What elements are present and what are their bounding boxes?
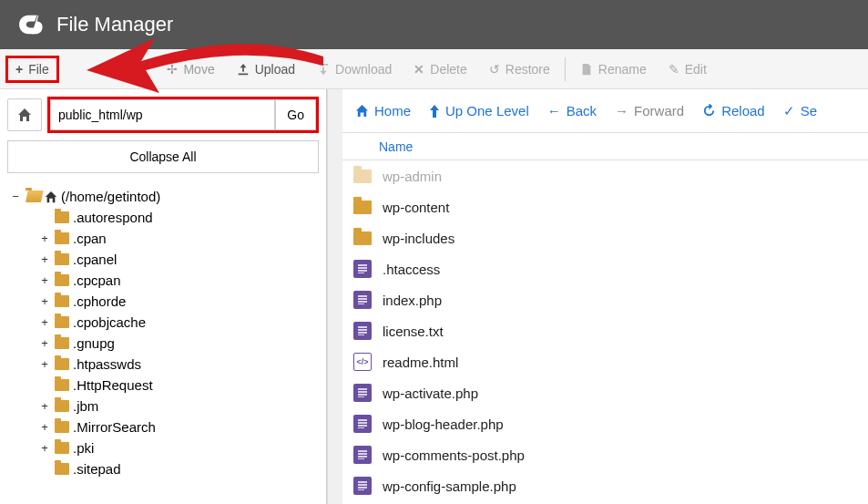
collapse-icon[interactable]: −	[9, 190, 22, 203]
tree-item[interactable]: +.cpanel	[9, 249, 317, 270]
tree-item[interactable]: .HttpRequest	[9, 375, 317, 396]
folder-icon	[55, 358, 69, 370]
folder-icon	[55, 442, 69, 454]
expand-icon[interactable]: +	[38, 336, 51, 350]
path-input[interactable]	[50, 99, 275, 130]
tree-item-label: .sitepad	[73, 461, 121, 477]
folder-open-icon	[26, 190, 41, 202]
nav-home[interactable]: Home	[355, 103, 411, 118]
expand-icon[interactable]: +	[38, 441, 51, 455]
file-row[interactable]: license.txt	[342, 315, 868, 346]
file-row[interactable]: wp-includes	[342, 222, 868, 253]
expand-icon[interactable]: +	[38, 231, 51, 245]
tree-root-label: (/home/getintod)	[61, 189, 160, 204]
expand-icon[interactable]: +	[38, 357, 51, 371]
move-button[interactable]: ✢ Move	[156, 55, 225, 84]
table-header: Name	[342, 133, 868, 160]
restore-icon: ↺	[489, 62, 500, 77]
folder-icon	[353, 198, 372, 216]
file-name: wp-config-sample.php	[383, 478, 516, 494]
tree-root[interactable]: − (/home/getintod)	[9, 186, 317, 207]
nav-back[interactable]: ← Back	[547, 103, 597, 118]
delete-button[interactable]: ✕ Delete	[403, 55, 477, 84]
file-name: readme.html	[383, 355, 458, 370]
nav-forward[interactable]: → Forward	[615, 103, 684, 118]
scrollbar[interactable]	[327, 89, 342, 504]
file-row[interactable]: wp-content	[342, 191, 868, 222]
tree-item[interactable]: .autorespond	[9, 207, 317, 228]
tree-item-label: .HttpRequest	[73, 377, 153, 393]
folder-icon	[55, 232, 69, 244]
file-icon	[353, 477, 372, 495]
tree-item[interactable]: +.MirrorSearch	[9, 417, 317, 437]
file-button[interactable]: + File	[5, 56, 59, 83]
file-row[interactable]: wp-config-sample.php	[342, 470, 868, 501]
home-icon	[355, 104, 369, 118]
file-row[interactable]: wp-comments-post.php	[342, 439, 868, 470]
column-name[interactable]: Name	[379, 139, 413, 154]
tree-item[interactable]: +.cpcpan	[9, 270, 317, 291]
folder-icon	[55, 463, 69, 475]
expand-icon[interactable]: +	[38, 315, 51, 329]
file-list: wp-adminwp-contentwp-includes.htaccessin…	[342, 160, 868, 501]
restore-button[interactable]: ↺ Restore	[478, 55, 561, 84]
upload-label: Upload	[255, 62, 295, 77]
tree-item[interactable]: +.htpasswds	[9, 354, 317, 375]
file-name: wp-blog-header.php	[383, 417, 504, 432]
edit-icon: ✎	[669, 62, 679, 77]
file-icon	[353, 260, 372, 278]
upload-button[interactable]: Upload	[226, 55, 306, 84]
expand-icon[interactable]: +	[38, 273, 51, 287]
tree-item-label: .pki	[73, 440, 94, 456]
tree-item-label: .cpanel	[73, 252, 117, 267]
tree-item-label: .cpan	[73, 231, 107, 246]
collapse-all-button[interactable]: Collapse All	[7, 140, 319, 173]
edit-button[interactable]: ✎ Edit	[658, 55, 718, 84]
tree-item-label: .cphorde	[73, 293, 126, 309]
cpanel-logo-icon	[15, 9, 46, 40]
check-icon: ✓	[783, 103, 795, 119]
rename-label: Rename	[598, 62, 647, 77]
tree-item[interactable]: +.gnupg	[9, 333, 317, 354]
expand-icon[interactable]: +	[38, 399, 51, 413]
home-button[interactable]	[7, 98, 42, 131]
file-row[interactable]: index.php	[342, 284, 868, 315]
file-row[interactable]: .htaccess	[342, 253, 868, 284]
expand-icon[interactable]: +	[38, 294, 51, 308]
file-row[interactable]: wp-admin	[342, 160, 868, 191]
nav-select-label: Se	[801, 103, 817, 118]
file-icon	[353, 291, 372, 309]
go-button[interactable]: Go	[275, 99, 316, 130]
download-button[interactable]: Download	[306, 55, 403, 84]
content-panel: Home Up One Level ← Back → Forward Reloa…	[342, 89, 868, 504]
expand-icon[interactable]: +	[38, 252, 51, 266]
edit-label: Edit	[685, 62, 707, 77]
tree-item[interactable]: +.pki	[9, 437, 317, 458]
expand-icon[interactable]: +	[38, 420, 51, 434]
folder-icon	[55, 211, 69, 223]
nav-back-label: Back	[567, 103, 597, 118]
tree-item[interactable]: .sitepad	[9, 458, 317, 479]
app-header: File Manager	[0, 0, 868, 49]
nav-reload[interactable]: Reload	[702, 103, 765, 118]
move-label: Move	[183, 62, 214, 77]
tree-item[interactable]: +.jbm	[9, 396, 317, 417]
delete-icon: ✕	[414, 62, 424, 77]
file-row[interactable]: wp-blog-header.php	[342, 408, 868, 439]
file-row[interactable]: wp-activate.php	[342, 377, 868, 408]
tree-item[interactable]: +.cpan	[9, 228, 317, 249]
delete-label: Delete	[430, 62, 466, 77]
upload-icon	[237, 63, 250, 76]
nav-reload-label: Reload	[721, 103, 765, 118]
file-name: wp-activate.php	[383, 386, 478, 401]
nav-up[interactable]: Up One Level	[429, 103, 529, 118]
sidebar: Go Collapse All − (/home/getintod) .auto…	[0, 89, 327, 504]
tree-item[interactable]: +.cphorde	[9, 291, 317, 312]
tree-item-label: .htpasswds	[73, 356, 141, 372]
nav-up-label: Up One Level	[445, 103, 529, 118]
file-row[interactable]: </>readme.html	[342, 346, 868, 377]
tree-item[interactable]: +.cpobjcache	[9, 312, 317, 333]
rename-button[interactable]: Rename	[569, 55, 658, 84]
tree-item-label: .MirrorSearch	[73, 419, 156, 435]
nav-select-all[interactable]: ✓ Se	[783, 103, 817, 119]
